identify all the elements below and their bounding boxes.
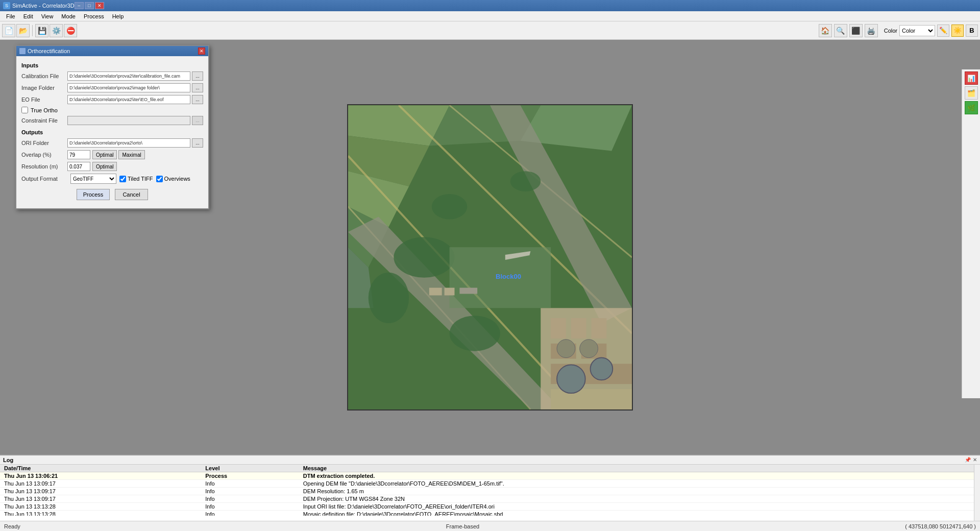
svg-line-9 — [348, 156, 581, 409]
log-controls: 📌 ✕ — [965, 457, 977, 463]
process-button[interactable]: Process — [77, 189, 110, 200]
toolbar-sun-button[interactable]: ☀️ — [951, 25, 964, 37]
close-button[interactable]: ✕ — [95, 2, 104, 9]
log-scroll[interactable]: Date/Time Level Message Thu Jun 13 13:06… — [0, 465, 980, 516]
menu-view[interactable]: View — [37, 12, 58, 20]
main-area: Block00 200 📊 🗂️ 🌿 Orthorectification ✕ … — [0, 40, 980, 475]
toolbar-save-button[interactable]: 💾 — [35, 24, 48, 37]
image-folder-input[interactable] — [67, 83, 190, 92]
log-cell-datetime: Thu Jun 13 13:09:17 — [0, 488, 201, 495]
right-layers-button[interactable]: 🗂️ — [965, 86, 978, 100]
toolbar-search-button[interactable]: 🔍 — [834, 24, 847, 37]
menu-bar: File Edit View Mode Process Help — [0, 11, 980, 21]
right-vegetation-button[interactable]: 🌿 — [965, 101, 978, 114]
log-col-message: Message — [299, 465, 980, 472]
log-close-button[interactable]: ✕ — [973, 457, 977, 463]
dialog-buttons: Process Cancel — [21, 189, 203, 204]
log-cell-level: Info — [201, 503, 299, 511]
dialog-content: Inputs Calibration File ... Image Folder… — [16, 56, 208, 208]
toolbar-extra-button[interactable]: ⬛ — [849, 24, 863, 37]
aerial-image: Block00 — [347, 104, 633, 411]
log-col-datetime: Date/Time — [0, 465, 201, 472]
menu-file[interactable]: File — [2, 12, 19, 20]
svg-line-11 — [348, 207, 530, 409]
dialog-close-button[interactable]: ✕ — [198, 47, 205, 55]
right-chart-button[interactable]: 📊 — [965, 71, 978, 85]
output-format-row: Output Format GeoTIFF TIFF JPEG Tiled TI… — [21, 174, 203, 184]
constraint-file-browse-button[interactable]: ... — [192, 116, 203, 125]
resolution-row: Resolution (m) Optimal — [21, 162, 203, 171]
output-format-select[interactable]: GeoTIFF TIFF JPEG — [70, 174, 116, 184]
resolution-optimal-button[interactable]: Optimal — [92, 162, 117, 171]
log-row: Thu Jun 13 13:09:17InfoDEM Projection: U… — [0, 495, 980, 503]
svg-point-26 — [394, 237, 454, 277]
ori-folder-input[interactable] — [67, 138, 190, 148]
status-mode: Frame-based — [446, 523, 479, 529]
log-row: Thu Jun 13 13:09:17InfoOpening DEM file … — [0, 480, 980, 488]
overviews-label: Overviews — [156, 176, 190, 182]
svg-point-30 — [510, 171, 541, 191]
log-cell-datetime: Thu Jun 13 13:09:17 — [0, 495, 201, 503]
svg-point-28 — [450, 316, 500, 351]
log-cell-datetime: Thu Jun 13 13:06:21 — [0, 472, 201, 480]
menu-edit[interactable]: Edit — [19, 12, 37, 20]
menu-process[interactable]: Process — [80, 12, 108, 20]
outputs-section-label: Outputs — [21, 129, 203, 135]
log-header: Log 📌 ✕ — [0, 455, 980, 465]
eo-file-browse-button[interactable]: ... — [192, 95, 203, 104]
ori-folder-browse-button[interactable]: ... — [192, 138, 203, 148]
log-cell-level: Info — [201, 488, 299, 495]
dialog-title: Orthorectification — [28, 48, 70, 54]
minimize-button[interactable]: – — [75, 2, 84, 9]
svg-marker-7 — [348, 247, 374, 308]
log-cell-level: Info — [201, 495, 299, 503]
log-cell-message: DTM extraction completed. — [299, 472, 980, 480]
log-title: Log — [3, 457, 13, 463]
log-row: Thu Jun 13 13:09:17InfoDEM Resolution: 1… — [0, 488, 980, 495]
overlap-input[interactable] — [67, 150, 90, 159]
toolbar-bold-button[interactable]: B — [966, 25, 978, 37]
log-cell-message: DEM Projection: UTM WGS84 Zone 32N — [299, 495, 980, 503]
cancel-button[interactable]: Cancel — [115, 189, 148, 200]
true-ortho-checkbox[interactable] — [21, 107, 28, 113]
overviews-checkbox[interactable] — [156, 176, 163, 182]
overlap-maximal-button[interactable]: Maximal — [118, 150, 144, 159]
svg-rect-32 — [429, 288, 442, 296]
constraint-file-row: Constraint File ... — [21, 116, 203, 125]
log-cell-datetime: Thu Jun 13 13:13:28 — [0, 511, 201, 516]
overlap-optimal-button[interactable]: Optimal — [92, 150, 117, 159]
toolbar: 📄 📂 💾 ⚙️ ⛔ 🏠 🔍 ⬛ 🖨️ Color Color Grayscal… — [0, 21, 980, 40]
calibration-file-input[interactable] — [67, 71, 190, 81]
map-overlay — [348, 105, 632, 409]
log-col-level: Level — [201, 465, 299, 472]
log-scrollbar[interactable] — [974, 465, 980, 530]
svg-point-23 — [580, 340, 598, 358]
restore-button[interactable]: □ — [85, 2, 94, 9]
eo-file-input[interactable] — [67, 95, 190, 104]
svg-marker-2 — [429, 105, 541, 146]
log-cell-level: Info — [201, 511, 299, 516]
menu-mode[interactable]: Mode — [57, 12, 80, 20]
toolbar-stop-button[interactable]: ⛔ — [64, 24, 77, 37]
toolbar-print-button[interactable]: 🖨️ — [865, 24, 878, 37]
constraint-file-input[interactable] — [67, 116, 190, 125]
svg-marker-5 — [348, 171, 409, 227]
toolbar-right: 🏠 🔍 ⬛ 🖨️ Color Color Grayscale ✏️ ☀️ B — [819, 24, 978, 37]
calibration-file-browse-button[interactable]: ... — [192, 71, 203, 81]
menu-help[interactable]: Help — [108, 12, 128, 20]
log-table: Date/Time Level Message Thu Jun 13 13:06… — [0, 465, 980, 516]
svg-marker-1 — [348, 105, 450, 146]
resolution-input[interactable] — [67, 162, 90, 171]
toolbar-open-button[interactable]: 📂 — [16, 24, 30, 37]
constraint-file-label: Constraint File — [21, 117, 67, 124]
log-pin-button[interactable]: 📌 — [965, 457, 971, 463]
log-cell-level: Info — [201, 480, 299, 488]
tiled-tiff-checkbox[interactable] — [119, 176, 126, 182]
toolbar-new-button[interactable]: 📄 — [2, 24, 15, 37]
toolbar-pen-button[interactable]: ✏️ — [937, 25, 949, 37]
toolbar-process-button[interactable]: ⚙️ — [50, 24, 63, 37]
status-ready: Ready — [4, 523, 20, 529]
color-select[interactable]: Color Grayscale — [899, 25, 935, 36]
image-folder-browse-button[interactable]: ... — [192, 83, 203, 92]
toolbar-home-button[interactable]: 🏠 — [819, 24, 832, 37]
